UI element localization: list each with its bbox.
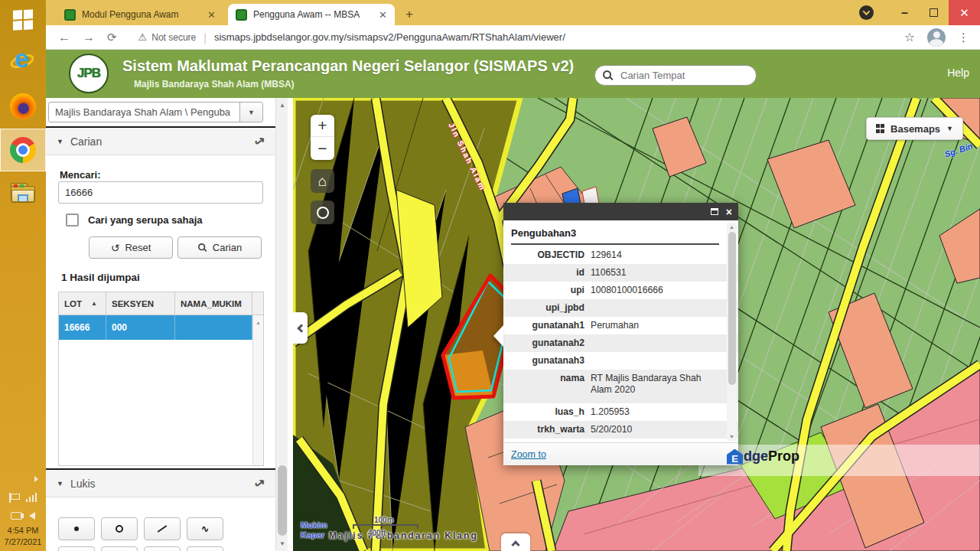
lot-search-input[interactable]: [58, 181, 263, 204]
sidebar-collapse-handle[interactable]: [293, 312, 308, 344]
bookmark-star-icon[interactable]: ☆: [904, 30, 915, 44]
app-subtitle: Majlis Bandaraya Shah Alam (MBSA): [134, 79, 295, 90]
taskbar-explorer-button[interactable]: [0, 171, 46, 216]
attribute-row: trkh_warta5/20/2010: [503, 421, 738, 439]
app-title: Sistem Maklumat Perancangan Negeri Selan…: [122, 57, 574, 75]
taskbar-chrome-button-active[interactable]: [0, 129, 46, 171]
scroll-down-icon[interactable]: ▼: [276, 540, 288, 547]
scroll-up-icon[interactable]: ▲: [253, 320, 263, 325]
table-row-selected[interactable]: 16666 000: [59, 315, 263, 340]
carian-label: Carian: [213, 242, 242, 253]
help-link[interactable]: Help: [947, 67, 969, 79]
taskbar-firefox-button[interactable]: [0, 84, 46, 129]
place-search-input[interactable]: [619, 69, 741, 82]
draw-polyline-tool[interactable]: ∿: [187, 517, 223, 540]
new-tab-button[interactable]: +: [405, 7, 413, 22]
cell-lot: 16666: [59, 315, 106, 340]
minimize-button[interactable]: –: [901, 6, 908, 20]
start-button[interactable]: [0, 0, 46, 40]
network-signal-icon[interactable]: [26, 493, 37, 502]
place-search-box[interactable]: [594, 65, 757, 86]
scrollbar-thumb[interactable]: [728, 232, 736, 385]
map-viewport[interactable]: Jln Shah Alam Sg. Bin MukimKapar Majlis …: [293, 98, 980, 551]
desktop: e 4:54 PM 7/27/2021: [0, 0, 980, 551]
polyline-icon: ∿: [201, 523, 209, 534]
draw-tool-partial[interactable]: [187, 546, 223, 551]
reset-button[interactable]: ↺ Reset: [89, 236, 173, 259]
sidebar-scrollbar[interactable]: ▲ ▼: [275, 98, 288, 551]
collapse-caret-icon[interactable]: ▼: [57, 480, 63, 487]
column-header-lot[interactable]: LOT▲: [59, 292, 106, 315]
zoom-control: + −: [311, 115, 334, 160]
scrollbar-thumb[interactable]: [278, 465, 287, 536]
taskbar-ie-button[interactable]: e: [0, 40, 46, 84]
action-center-flag-icon[interactable]: [9, 493, 19, 503]
locate-me-button[interactable]: [311, 201, 334, 224]
show-hidden-icons-button[interactable]: [0, 470, 46, 488]
tab-close-icon[interactable]: ✕: [379, 9, 387, 21]
column-header-seksyen[interactable]: SEKSYEN: [106, 292, 175, 315]
feature-popup: × Pengubahan3 OBJECTID129614 id1106531 u…: [503, 203, 738, 465]
zoom-out-button[interactable]: −: [311, 137, 334, 159]
zoom-in-button[interactable]: +: [311, 115, 334, 137]
home-extent-button[interactable]: ⌂: [311, 169, 334, 193]
popup-close-icon[interactable]: ×: [726, 207, 732, 217]
tab-pengguna-awam-mbsa[interactable]: Pengguna Awam -- MBSA ✕: [228, 4, 395, 25]
sort-asc-icon: ▲: [91, 300, 97, 307]
attribution-expander[interactable]: [501, 533, 530, 551]
scroll-up-icon[interactable]: ▲: [276, 102, 288, 109]
draw-circle-tool[interactable]: [101, 517, 138, 540]
reset-icon: ↺: [111, 242, 120, 254]
reload-button[interactable]: ⟳: [107, 31, 117, 44]
results-count: 1 Hasil dijumpai: [61, 272, 140, 283]
draw-point-tool[interactable]: [58, 517, 95, 540]
locate-icon: [317, 207, 329, 219]
browser-menu-icon[interactable]: ⋮: [958, 31, 969, 44]
scroll-down-icon[interactable]: ▼: [727, 434, 737, 439]
back-button[interactable]: ←: [58, 31, 70, 44]
profile-avatar[interactable]: [927, 28, 946, 47]
chevron-up-icon: [511, 540, 519, 549]
layer-dropdown[interactable]: Majlis Bandaraya Shah Alam \ Penguba ▼: [48, 102, 263, 122]
popup-footer: Zoom to: [503, 442, 738, 465]
lukis-panel: ▼ Lukis ↪ ∿: [46, 468, 275, 551]
close-button[interactable]: ✕: [949, 0, 980, 25]
restore-button[interactable]: [930, 8, 938, 17]
draw-tool-partial[interactable]: [101, 546, 138, 551]
collapse-caret-icon[interactable]: ▼: [57, 138, 63, 145]
panel-divider: [288, 98, 293, 551]
tab-modul-pengguna-awam[interactable]: Modul Pengguna Awam ✕: [57, 4, 223, 25]
security-status[interactable]: ⚠ Not secure: [138, 31, 197, 43]
table-scrollbar[interactable]: ▲: [252, 315, 263, 465]
column-header-nama-mukim[interactable]: NAMA_MUKIM: [175, 292, 252, 315]
lukis-panel-header[interactable]: ▼ Lukis ↪: [46, 470, 275, 497]
draw-tool-partial[interactable]: [58, 546, 95, 551]
carian-panel-header[interactable]: ▼ Carian ↪: [46, 128, 275, 155]
search-icon: [603, 70, 613, 80]
taskbar-clock[interactable]: 4:54 PM 7/27/2021: [0, 525, 46, 548]
forward-button[interactable]: →: [83, 31, 95, 44]
browser-window: Modul Pengguna Awam ✕ Pengguna Awam -- M…: [46, 0, 980, 551]
carian-button[interactable]: Carian: [177, 236, 262, 259]
chevron-down-icon[interactable]: ▼: [239, 103, 262, 122]
basemaps-button[interactable]: Basemaps ▼: [866, 117, 963, 140]
tab-search-button[interactable]: [859, 5, 874, 20]
draw-tool-partial[interactable]: [144, 546, 181, 551]
windows-logo-icon: [13, 9, 33, 30]
not-secure-label: Not secure: [151, 32, 196, 43]
serupa-checkbox[interactable]: [66, 214, 79, 227]
divider: |: [203, 31, 207, 44]
popup-scrollbar[interactable]: ▲ ▼: [727, 223, 737, 441]
url-text[interactable]: sismaps.jpbdselangor.gov.my/sismapsv2/Pe…: [214, 31, 904, 43]
tab-close-icon[interactable]: ✕: [207, 9, 216, 21]
popup-titlebar[interactable]: ×: [503, 203, 738, 220]
cell-seksyen: 000: [106, 315, 175, 340]
popup-maximize-icon[interactable]: [711, 208, 718, 215]
attribute-row: luas_h1.205953: [503, 403, 738, 421]
mencari-label: Mencari:: [60, 169, 100, 181]
speaker-icon[interactable]: [29, 512, 35, 520]
scale-bar: 100m 400ft: [353, 516, 418, 537]
scroll-up-icon[interactable]: ▲: [727, 224, 737, 230]
zoom-to-link[interactable]: Zoom to: [511, 449, 546, 460]
draw-line-tool[interactable]: [144, 517, 181, 540]
